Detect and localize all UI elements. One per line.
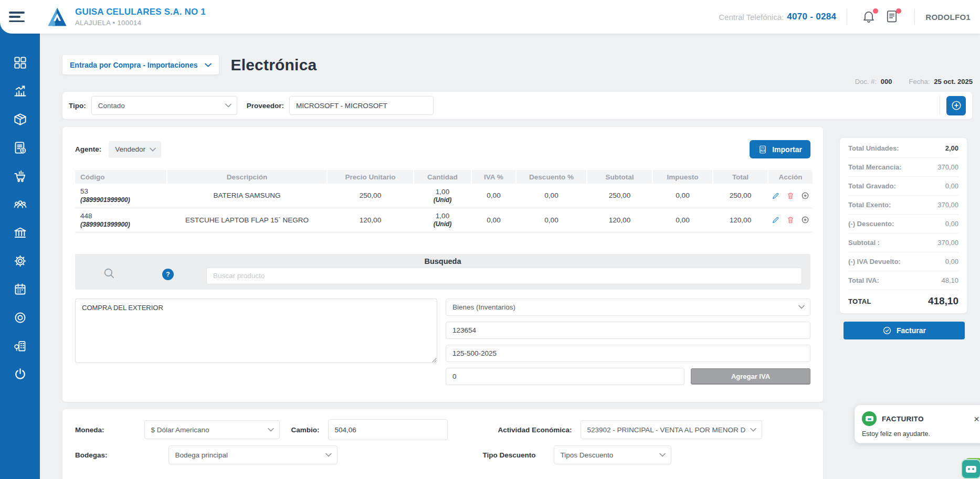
cell-code: 53 (3899901999900) bbox=[75, 184, 167, 208]
search-input[interactable] bbox=[206, 268, 802, 284]
moneda-select[interactable]: $ Dólar Americano bbox=[144, 420, 280, 439]
agregar-iva-button[interactable]: Agregar IVA bbox=[691, 368, 810, 385]
chevron-down-icon bbox=[268, 428, 274, 432]
sidebar-item-calendar[interactable] bbox=[0, 276, 40, 304]
documents-icon[interactable] bbox=[884, 9, 900, 25]
delete-icon[interactable] bbox=[786, 191, 795, 200]
edit-icon[interactable] bbox=[772, 216, 780, 224]
purchase-note-textarea[interactable]: COMPRA DEL EXTERIOR bbox=[75, 299, 437, 363]
chevron-down-icon bbox=[150, 147, 156, 152]
doc-number-value: 000 bbox=[881, 78, 892, 86]
proveedor-input[interactable] bbox=[289, 96, 434, 115]
sidebar-item-branches[interactable] bbox=[0, 333, 40, 361]
importar-button[interactable]: XLS Importar bbox=[750, 140, 810, 158]
central-telefonica-number: 4070 - 0284 bbox=[787, 12, 836, 22]
header-divider bbox=[914, 9, 915, 25]
cell-total: 120,00 bbox=[713, 208, 768, 232]
inventory-icon bbox=[13, 112, 27, 129]
company-logo bbox=[46, 6, 69, 27]
cambio-input[interactable] bbox=[328, 419, 448, 440]
sidebar-item-billing[interactable]: $ bbox=[0, 134, 40, 163]
table-row: 448 (3899901999900) ESTCUHE LAPTOB FLAP … bbox=[75, 208, 813, 232]
svg-text:$: $ bbox=[22, 148, 24, 153]
dashboard-icon bbox=[13, 56, 27, 72]
bodegas-label: Bodegas: bbox=[75, 451, 108, 459]
line-type-select[interactable]: Bienes (Inventarios) bbox=[446, 299, 810, 316]
add-row-icon[interactable] bbox=[801, 216, 809, 224]
robot-face-icon bbox=[966, 466, 976, 473]
add-row-icon[interactable] bbox=[801, 191, 809, 200]
menu-icon[interactable] bbox=[9, 12, 25, 22]
sidebar-item-analytics[interactable] bbox=[0, 78, 40, 106]
sidebar-item-purchases[interactable] bbox=[0, 163, 40, 191]
chevron-down-icon bbox=[225, 103, 231, 108]
col-precio-unitario: Precio Unitario bbox=[327, 170, 414, 184]
date-label: Fecha: bbox=[909, 78, 930, 86]
cell-discount: 0,00 bbox=[516, 184, 587, 208]
agente-select[interactable]: Vendedor bbox=[109, 141, 161, 158]
cell-iva: 0,00 bbox=[471, 184, 516, 208]
sidebar-item-dashboard[interactable] bbox=[0, 49, 40, 78]
cell-qty: 1,00 (Unid) bbox=[414, 184, 471, 208]
help-button[interactable]: ? bbox=[162, 269, 174, 280]
sidebar-item-customers[interactable] bbox=[0, 191, 40, 219]
document-header-card: Tipo: Contado Proveedor: bbox=[62, 92, 972, 119]
facturito-chat-card: FACTURITO × Estoy feliz en ayudarte. bbox=[855, 405, 980, 443]
sidebar-item-bank[interactable] bbox=[0, 219, 40, 248]
delete-icon[interactable] bbox=[786, 216, 795, 224]
cambio-label: Cambio: bbox=[291, 426, 320, 434]
product-search-section: Busqueda ? bbox=[75, 254, 810, 290]
sidebar-item-support[interactable] bbox=[0, 304, 40, 333]
analytics-icon bbox=[13, 84, 27, 100]
doc-type-selector[interactable]: Entrada por Compra - Importaciones bbox=[62, 55, 219, 74]
summary-row: Total Unidades:2,00 bbox=[848, 139, 958, 158]
username[interactable]: RODOLFO1 bbox=[925, 13, 971, 22]
support-ring-icon bbox=[13, 311, 27, 327]
cell-tax: 0,00 bbox=[652, 208, 713, 232]
notifications-bell-icon[interactable] bbox=[861, 9, 877, 25]
col-descuento: Descuento % bbox=[516, 170, 587, 184]
col-descripcion: Descripción bbox=[167, 170, 327, 184]
payment-settings-card: Moneda: $ Dólar Americano Cambio: Activi… bbox=[62, 409, 823, 479]
tipo-descuento-value: Tipos Descuento bbox=[561, 451, 614, 459]
sidebar-item-logout[interactable] bbox=[0, 361, 40, 389]
cell-description: BATERIA SAMSUNG bbox=[167, 184, 327, 208]
cell-tax: 0,00 bbox=[652, 184, 713, 208]
sidebar-item-inventory[interactable] bbox=[0, 106, 40, 134]
proveedor-label: Proveedor: bbox=[247, 102, 284, 110]
bodegas-select[interactable]: Bodega principal bbox=[168, 445, 338, 464]
tipo-descuento-select[interactable]: Tipos Descuento bbox=[554, 445, 671, 464]
chat-launcher-button[interactable] bbox=[959, 455, 980, 479]
purchases-icon bbox=[13, 169, 27, 185]
bank-icon bbox=[13, 226, 27, 242]
tipo-select[interactable]: Contado bbox=[91, 96, 237, 115]
edit-icon[interactable] bbox=[772, 191, 780, 200]
importar-button-label: Importar bbox=[772, 145, 802, 154]
cell-price: 250,00 bbox=[327, 184, 414, 208]
xls-file-icon: XLS bbox=[758, 145, 767, 154]
reference-number-input[interactable] bbox=[446, 322, 810, 339]
facturar-button-label: Facturar bbox=[897, 326, 926, 335]
facturar-button[interactable]: Facturar bbox=[844, 322, 965, 339]
moneda-select-value: $ Dólar Americano bbox=[151, 426, 209, 434]
cell-total: 250,00 bbox=[713, 184, 768, 208]
calendar-icon bbox=[13, 282, 27, 299]
col-iva: IVA % bbox=[471, 170, 516, 184]
cell-discount: 0,00 bbox=[516, 208, 587, 232]
add-document-button[interactable] bbox=[946, 96, 966, 115]
chevron-down-icon bbox=[750, 428, 756, 432]
check-circle-icon bbox=[882, 326, 892, 335]
iva-amount-input[interactable] bbox=[446, 368, 684, 385]
close-icon[interactable]: × bbox=[974, 414, 979, 424]
document-reference-input[interactable] bbox=[446, 345, 810, 362]
table-header-row: Código Descripción Precio Unitario Canti… bbox=[75, 170, 813, 184]
customers-icon bbox=[13, 197, 27, 214]
totals-summary-panel: Total Unidades:2,00 Total Mercancia:370,… bbox=[840, 138, 967, 313]
actividad-economica-select[interactable]: 523902 - PRINCIPAL - VENTA AL POR MENOR … bbox=[581, 420, 762, 439]
sidebar-item-settings[interactable] bbox=[0, 248, 40, 276]
doc-number-label: Doc. #: bbox=[855, 78, 877, 86]
branches-icon bbox=[13, 339, 27, 355]
tipo-select-value: Contado bbox=[98, 102, 125, 110]
documents-badge bbox=[896, 8, 901, 14]
company-name: GUISA CELULARES S.A. NO 1 bbox=[75, 7, 206, 17]
